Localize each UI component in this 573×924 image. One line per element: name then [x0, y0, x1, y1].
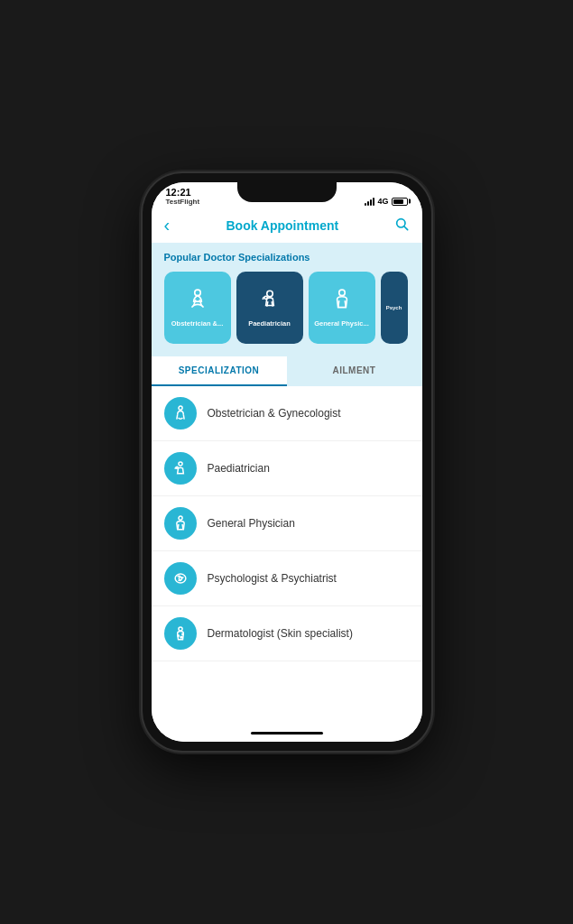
gp-card-icon — [330, 288, 354, 316]
svg-point-14 — [180, 636, 182, 638]
svg-point-10 — [175, 574, 186, 583]
phone-frame: 12:21 TestFlight 4G ‹ Book Appointment — [143, 173, 431, 751]
svg-point-7 — [178, 462, 181, 466]
svg-point-12 — [178, 627, 181, 631]
list-item-psych[interactable]: Psychologist & Psychiatrist — [152, 551, 422, 606]
obgyn-card-icon — [186, 288, 209, 316]
svg-point-6 — [178, 406, 181, 410]
list-label-obgyn: Obstetrician & Gynecologist — [208, 407, 341, 420]
back-button[interactable]: ‹ — [164, 215, 171, 236]
page-title: Book Appointment — [226, 218, 338, 233]
derm-icon — [164, 617, 197, 650]
obgyn-icon — [164, 397, 197, 430]
list-item-derm[interactable]: Dermatologist (Skin specialist) — [152, 606, 422, 661]
svg-point-5 — [338, 290, 345, 296]
popular-section: Popular Doctor Specializations O — [152, 243, 422, 356]
list-item-obgyn[interactable]: Obstetrician & Gynecologist — [152, 386, 422, 441]
list-label-derm: Dermatologist (Skin specialist) — [208, 627, 353, 640]
network-label: 4G — [377, 197, 388, 206]
search-button[interactable] — [394, 217, 409, 234]
home-indicator — [152, 724, 422, 742]
card-paed[interactable]: Paediatrician — [236, 272, 303, 344]
psych-icon — [164, 562, 197, 595]
tab-ailment[interactable]: AILMENT — [287, 356, 422, 386]
popular-title: Popular Doctor Specializations — [164, 252, 410, 263]
svg-line-1 — [404, 226, 408, 230]
list-item-paed[interactable]: Paediatrician — [152, 441, 422, 496]
svg-point-15 — [181, 633, 182, 634]
svg-point-3 — [266, 291, 273, 297]
tabs-bar: SPECIALIZATION AILMENT — [152, 356, 422, 386]
notch — [237, 182, 337, 202]
status-carrier: TestFlight — [166, 198, 200, 206]
signal-icon — [365, 198, 374, 206]
tab-specialization[interactable]: SPECIALIZATION — [152, 356, 287, 386]
card-obgyn[interactable]: Obstetrician &... — [164, 272, 231, 344]
card-obgyn-label: Obstetrician &... — [171, 319, 224, 328]
content-area: Popular Doctor Specializations O — [152, 243, 422, 724]
paed-icon — [164, 452, 197, 485]
status-time: 12:21 — [166, 187, 191, 198]
specialization-cards: Obstetrician &... — [164, 272, 410, 344]
nav-header: ‹ Book Appointment — [152, 209, 422, 243]
svg-point-2 — [194, 290, 200, 296]
card-gp[interactable]: General Physic... — [309, 272, 375, 344]
svg-point-11 — [179, 577, 181, 579]
specialization-list: Obstetrician & Gynecologist Paediatricia… — [152, 386, 422, 661]
battery-icon — [392, 198, 408, 206]
list-label-gp: General Physician — [208, 517, 295, 530]
phone-screen: 12:21 TestFlight 4G ‹ Book Appointment — [152, 182, 422, 742]
gp-icon — [164, 507, 197, 540]
home-bar — [251, 732, 323, 735]
card-psych-partial[interactable]: Psych — [381, 272, 408, 344]
list-label-psych: Psychologist & Psychiatrist — [208, 572, 337, 585]
card-paed-label: Paediatrician — [248, 319, 291, 328]
card-gp-label: General Physic... — [314, 319, 368, 328]
paed-card-icon — [258, 288, 282, 316]
svg-point-9 — [178, 516, 181, 520]
list-label-paed: Paediatrician — [208, 462, 270, 475]
list-item-gp[interactable]: General Physician — [152, 496, 422, 551]
